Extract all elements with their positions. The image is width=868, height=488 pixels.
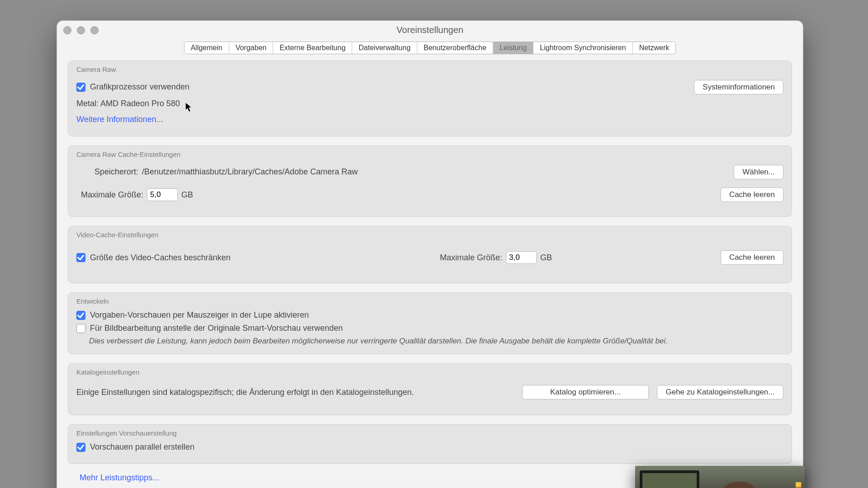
limit-video-cache-checkbox[interactable]	[76, 253, 85, 262]
choose-cache-location-button[interactable]: Wählen...	[734, 165, 783, 179]
zoom-dot-icon[interactable]	[90, 26, 99, 34]
tab-vorgaben[interactable]: Vorgaben	[229, 42, 274, 54]
content-area: Camera Raw Grafikprozessor verwenden Sys…	[57, 54, 803, 488]
titlebar: Voreinstellungen	[57, 21, 803, 39]
more-performance-tips-link[interactable]: Mehr Leistungstipps...	[80, 473, 159, 482]
gpu-info-text: Metal: AMD Radeon Pro 580	[76, 99, 180, 108]
tab-strip: Allgemein Vorgaben Externe Bearbeitung D…	[184, 42, 676, 54]
optimize-catalog-button[interactable]: Katalog optimieren...	[522, 385, 649, 399]
window-title: Voreinstellungen	[396, 25, 463, 35]
section-title: Camera Raw	[76, 66, 783, 73]
section-develop: Entwickeln Vorgaben-Vorschauen per Mausz…	[68, 292, 792, 354]
tab-dateiverwaltung[interactable]: Dateiverwaltung	[352, 42, 417, 54]
goto-catalog-settings-button[interactable]: Gehe zu Katalogeinstellungen...	[657, 385, 783, 399]
close-dot-icon[interactable]	[63, 26, 71, 34]
section-video-cache: Video-Cache-Einstellungen Größe des Vide…	[68, 226, 792, 283]
section-title: Katalogeinstellungen	[76, 368, 783, 376]
parallel-previews-label: Vorschauen parallel erstellen	[90, 442, 194, 452]
video-max-size-label: Maximale Größe:	[440, 253, 502, 263]
cache-location-value: /Benutzer/matthiasbutz/Library/Caches/Ad…	[142, 167, 358, 177]
webcam-overlay	[635, 466, 805, 488]
use-gpu-checkbox[interactable]	[76, 83, 85, 92]
tab-lrsync[interactable]: Lightroom Synchronisieren	[533, 42, 632, 54]
video-purge-cache-button[interactable]: Cache leeren	[721, 250, 783, 265]
section-title: Entwickeln	[76, 297, 783, 305]
minimize-dot-icon[interactable]	[77, 26, 85, 34]
section-cr-cache: Camera Raw Cache-Einstellungen Speichero…	[68, 145, 792, 217]
cr-max-size-label: Maximale Größe:	[81, 190, 143, 200]
section-title: Camera Raw Cache-Einstellungen	[76, 150, 783, 158]
parallel-previews-checkbox[interactable]	[76, 443, 85, 452]
video-size-unit: GB	[540, 253, 552, 263]
preferences-window: Voreinstellungen Allgemein Vorgaben Exte…	[57, 20, 803, 488]
tab-netzwerk[interactable]: Netzwerk	[633, 42, 676, 54]
section-preview-generation: Einstellungen Vorschauerstellung Vorscha…	[68, 424, 792, 464]
tab-bar: Allgemein Vorgaben Externe Bearbeitung D…	[57, 42, 803, 54]
tab-allgemein[interactable]: Allgemein	[184, 42, 229, 54]
smart-preview-label: Für Bildbearbeitung anstelle der Origina…	[90, 324, 343, 333]
section-catalog: Katalogeinstellungen Einige Einstellunge…	[68, 363, 792, 415]
limit-video-cache-label: Größe des Video-Caches beschränken	[90, 253, 231, 263]
cr-purge-cache-button[interactable]: Cache leeren	[721, 188, 783, 202]
section-title: Video-Cache-Einstellungen	[76, 231, 783, 239]
preset-hover-checkbox[interactable]	[76, 311, 85, 320]
tab-benutzeroberflaeche[interactable]: Benutzeroberfläche	[417, 42, 493, 54]
catalog-info-text: Einige Einstellungen sind katalogspezifi…	[76, 388, 414, 397]
section-camera-raw: Camera Raw Grafikprozessor verwenden Sys…	[68, 61, 792, 136]
tab-leistung[interactable]: Leistung	[493, 42, 534, 54]
cr-max-size-input[interactable]	[147, 188, 178, 201]
video-max-size-input[interactable]	[506, 251, 537, 264]
cr-size-unit: GB	[181, 190, 193, 200]
use-gpu-label: Grafikprozessor verwenden	[90, 82, 189, 92]
smart-preview-checkbox[interactable]	[76, 324, 85, 333]
section-title: Einstellungen Vorschauerstellung	[76, 429, 783, 437]
more-info-link[interactable]: Weitere Informationen...	[76, 115, 163, 124]
preset-hover-label: Vorgaben-Vorschauen per Mauszeiger in de…	[90, 310, 309, 320]
cache-location-label: Speicherort:	[94, 167, 138, 177]
tab-externe[interactable]: Externe Bearbeitung	[273, 42, 352, 54]
smart-preview-note: Dies verbessert die Leistung, kann jedoc…	[89, 337, 783, 346]
window-controls	[63, 26, 99, 34]
system-info-button[interactable]: Systeminformationen	[694, 80, 783, 94]
